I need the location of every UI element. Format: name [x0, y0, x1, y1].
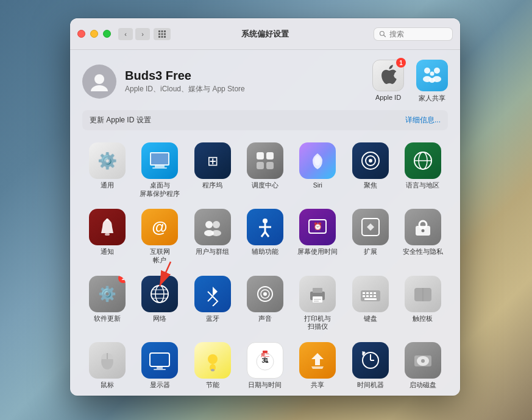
grid-button[interactable]: [154, 28, 171, 40]
icon-label-printer: 打印机与扫描仪: [304, 315, 331, 331]
family-label: 家人共享: [419, 94, 445, 103]
apple-id-action[interactable]: 1 Apple ID: [372, 60, 404, 103]
svg-rect-27: [257, 162, 264, 169]
svg-rect-77: [370, 295, 372, 297]
svg-rect-69: [314, 301, 319, 302]
svg-point-11: [94, 74, 104, 84]
icon-item-network[interactable]: 网络: [135, 272, 185, 335]
icon-label-display: 显示器: [150, 381, 170, 390]
icon-label-softwareupdate: 软件更新: [94, 315, 121, 323]
svg-rect-85: [157, 366, 163, 369]
svg-point-13: [424, 68, 430, 74]
svg-point-37: [106, 219, 108, 221]
svg-rect-28: [266, 162, 274, 169]
icon-item-datetime[interactable]: 周二 31 日期与时间: [240, 338, 290, 393]
icon-item-trackpad[interactable]: 触控板: [398, 272, 448, 335]
svg-point-39: [205, 221, 213, 228]
icons-grid: ⚙️ 通用 桌面与屏幕保护程序 ⊞ 程序坞 调度中心: [82, 139, 448, 393]
svg-rect-84: [150, 353, 169, 366]
grid-icon: [158, 30, 166, 38]
back-button[interactable]: ‹: [118, 28, 133, 40]
icon-item-keyboard[interactable]: 键盘: [345, 272, 395, 335]
icon-label-trackpad: 触控板: [413, 315, 433, 323]
icon-label-keyboard: 键盘: [364, 315, 377, 323]
icon-item-accessibility[interactable]: 辅助功能: [240, 205, 290, 268]
svg-rect-75: [363, 295, 365, 297]
icon-item-desktop[interactable]: 桌面与屏幕保护程序: [135, 139, 185, 201]
search-input[interactable]: [389, 30, 447, 38]
svg-point-41: [213, 221, 220, 228]
icon-label-siri: Siri: [313, 181, 322, 190]
svg-point-15: [434, 68, 440, 74]
svg-text:⊞: ⊞: [207, 153, 218, 169]
apple-logo-icon: [378, 64, 398, 87]
icon-item-energy[interactable]: 节能: [188, 338, 238, 393]
svg-rect-79: [364, 298, 377, 300]
family-action[interactable]: 家人共享: [416, 60, 448, 103]
icon-item-siri[interactable]: Siri: [293, 139, 342, 201]
svg-rect-78: [374, 295, 376, 297]
svg-rect-23: [151, 153, 168, 164]
svg-rect-22: [152, 167, 167, 169]
icon-item-control-center[interactable]: 调度中心: [240, 139, 290, 201]
icon-item-screentime[interactable]: ⏰ 屏幕使用时间: [293, 205, 342, 268]
forward-button[interactable]: ›: [135, 28, 150, 40]
search-bar[interactable]: [374, 27, 453, 41]
icon-label-energy: 节能: [206, 381, 219, 390]
icon-item-startdisk[interactable]: 启动磁盘: [398, 338, 448, 393]
icon-label-bluetooth: 蓝牙: [206, 315, 219, 323]
svg-point-29: [314, 156, 321, 166]
icon-label-datetime: 日期与时间: [248, 381, 282, 390]
family-logo-icon: [421, 65, 443, 86]
icon-item-softwareupdate[interactable]: ⚙️ 1 软件更新: [82, 272, 132, 335]
svg-point-42: [211, 230, 221, 236]
svg-rect-3: [158, 33, 160, 35]
icon-item-internet[interactable]: @ 互联网帐户: [135, 205, 185, 268]
user-info: Buds3 Free Apple ID、iCloud、媒体与 App Store: [125, 69, 372, 94]
svg-point-102: [421, 359, 425, 363]
icon-item-focus[interactable]: 聚焦: [345, 139, 395, 201]
icon-label-screentime: 屏幕使用时间: [297, 248, 338, 256]
family-icon-box: [416, 60, 448, 91]
maximize-button[interactable]: [103, 30, 111, 38]
icon-label-desktop: 桌面与屏幕保护程序: [140, 181, 180, 198]
icon-item-app-store[interactable]: ⊞ 程序坞: [188, 139, 238, 201]
icon-label-control-center: 调度中心: [252, 181, 278, 190]
traffic-lights: [77, 30, 111, 38]
icon-item-extensions[interactable]: 扩展: [345, 205, 395, 268]
icon-item-printer[interactable]: 打印机与扫描仪: [293, 272, 342, 335]
icon-label-accessibility: 辅助功能: [252, 248, 278, 256]
icon-item-display[interactable]: 显示器: [135, 338, 185, 393]
header-actions: 1 Apple ID: [372, 60, 448, 103]
icon-item-users[interactable]: 用户与群组: [188, 205, 238, 268]
avatar-icon: [90, 72, 109, 91]
svg-text:周二: 周二: [261, 353, 269, 357]
icon-item-mouse[interactable]: 鼠标: [82, 338, 132, 393]
close-button[interactable]: [77, 30, 85, 38]
icon-item-sharing[interactable]: 共享: [293, 338, 342, 393]
svg-line-47: [265, 232, 269, 237]
icon-item-bluetooth[interactable]: 蓝牙: [188, 272, 238, 335]
icon-item-notifications[interactable]: 通知: [82, 205, 132, 268]
content-area: Buds3 Free Apple ID、iCloud、媒体与 App Store…: [70, 50, 460, 396]
minimize-button[interactable]: [90, 30, 98, 38]
svg-text:⚙️: ⚙️: [98, 285, 116, 303]
svg-point-12: [91, 85, 108, 91]
icon-item-language[interactable]: 语言与地区: [398, 139, 448, 201]
window-title: 系统偏好设置: [241, 29, 289, 40]
update-link[interactable]: 详细信息...: [405, 115, 441, 125]
svg-rect-66: [313, 288, 322, 293]
icon-item-sound[interactable]: 声音: [240, 272, 290, 335]
icon-label-timemachine: 时间机器: [357, 381, 384, 390]
search-icon: [379, 30, 386, 38]
icon-item-general[interactable]: ⚙️ 通用: [82, 139, 132, 201]
icon-item-security[interactable]: 安全性与隐私: [398, 205, 448, 268]
icon-item-timemachine[interactable]: 时间机器: [345, 338, 395, 393]
svg-rect-26: [266, 152, 274, 159]
icon-label-internet: 互联网帐户: [150, 248, 170, 264]
icon-label-language: 语言与地区: [406, 181, 439, 190]
icon-label-network: 网络: [153, 315, 166, 323]
svg-rect-8: [164, 36, 166, 38]
system-preferences-window: ‹ › 系统偏好设置: [70, 18, 460, 396]
avatar: [82, 65, 116, 99]
